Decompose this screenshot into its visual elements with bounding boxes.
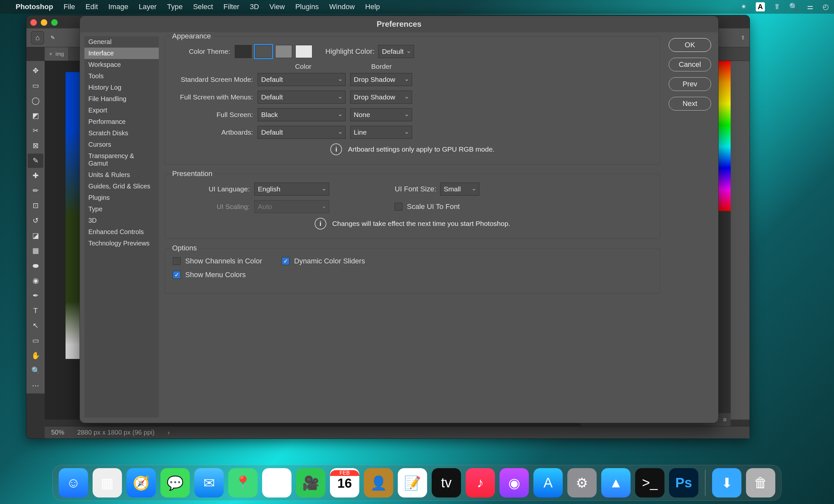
sidebar-item-history-log[interactable]: History Log bbox=[84, 82, 159, 93]
ok-button[interactable]: OK bbox=[669, 38, 711, 52]
sidebar-item-interface[interactable]: Interface bbox=[84, 48, 159, 59]
home-icon[interactable]: ⌂ bbox=[31, 31, 44, 44]
eyedropper-tool[interactable]: ✎ bbox=[28, 154, 43, 168]
panel-menu-icon[interactable]: ≡ bbox=[723, 416, 727, 423]
show-menu-colors-checkbox[interactable]: ✓ bbox=[173, 271, 181, 279]
control-center-icon[interactable]: ⚌ bbox=[807, 3, 813, 11]
artboards-color-select[interactable]: Default bbox=[258, 126, 346, 139]
eyedropper-icon[interactable]: ✎ bbox=[50, 35, 55, 41]
menu-file[interactable]: File bbox=[64, 3, 75, 11]
document-tab[interactable]: × img bbox=[45, 47, 69, 61]
edit-toolbar[interactable]: ⋯ bbox=[28, 378, 43, 393]
healing-tool[interactable]: ✚ bbox=[28, 169, 43, 183]
dock-appletv-icon[interactable]: tv bbox=[432, 468, 461, 498]
menu-window[interactable]: Window bbox=[329, 3, 355, 11]
pen-tool[interactable]: ✒ bbox=[28, 288, 43, 303]
artboards-border-select[interactable]: Line bbox=[350, 126, 412, 139]
sidebar-item-general[interactable]: General bbox=[84, 36, 159, 48]
app-name[interactable]: Photoshop bbox=[16, 3, 53, 11]
theme-swatch-darkest[interactable] bbox=[235, 45, 252, 58]
sidebar-item-enhanced[interactable]: Enhanced Controls bbox=[84, 226, 159, 238]
color-panel[interactable] bbox=[718, 61, 731, 211]
dock-calendar-icon[interactable]: FEB 16 bbox=[330, 468, 359, 498]
tab-close-icon[interactable]: × bbox=[49, 51, 52, 57]
minimize-button[interactable] bbox=[41, 19, 47, 26]
sidebar-item-transparency[interactable]: Transparency & Gamut bbox=[84, 150, 159, 169]
sidebar-item-export[interactable]: Export bbox=[84, 105, 159, 116]
dock-appstore-icon[interactable]: A bbox=[533, 468, 563, 498]
theme-swatch-lightest[interactable] bbox=[295, 45, 312, 58]
clock-icon[interactable]: ◴ bbox=[822, 3, 829, 11]
dock-app-icon[interactable]: ▲ bbox=[601, 468, 631, 498]
lasso-tool[interactable]: ◯ bbox=[28, 93, 43, 108]
hand-tool[interactable]: ✋ bbox=[28, 349, 43, 363]
type-tool[interactable]: T bbox=[28, 304, 43, 318]
dodge-tool[interactable]: ◉ bbox=[28, 273, 43, 288]
menu-plugins[interactable]: Plugins bbox=[295, 3, 319, 11]
history-brush-tool[interactable]: ↺ bbox=[28, 214, 43, 228]
dock-music-icon[interactable]: ♪ bbox=[466, 468, 495, 498]
menu-layer[interactable]: Layer bbox=[138, 3, 156, 11]
sidebar-item-performance[interactable]: Performance bbox=[84, 116, 159, 128]
sidebar-item-cursors[interactable]: Cursors bbox=[84, 139, 159, 150]
dock-podcasts-icon[interactable]: ◉ bbox=[500, 468, 529, 498]
keyboard-input-icon[interactable]: A bbox=[756, 2, 765, 12]
zoom-button[interactable] bbox=[51, 19, 58, 26]
zoom-tool[interactable]: 🔍 bbox=[28, 364, 43, 378]
gradient-tool[interactable]: ▦ bbox=[28, 243, 43, 258]
dock-facetime-icon[interactable]: 🎥 bbox=[296, 468, 325, 498]
wifi-icon[interactable]: ⥣ bbox=[774, 3, 780, 11]
theme-swatch-light[interactable] bbox=[275, 45, 292, 58]
stamp-tool[interactable]: ⊡ bbox=[28, 199, 43, 213]
next-button[interactable]: Next bbox=[669, 97, 711, 111]
sidebar-item-units[interactable]: Units & Rulers bbox=[84, 169, 159, 181]
move-tool[interactable]: ✥ bbox=[28, 64, 43, 78]
dock-messages-icon[interactable]: 💬 bbox=[160, 468, 190, 498]
sidebar-item-type[interactable]: Type bbox=[84, 203, 159, 215]
blur-tool[interactable]: ⬬ bbox=[28, 259, 43, 273]
sidebar-item-3d[interactable]: 3D bbox=[84, 215, 159, 226]
menu-select[interactable]: Select bbox=[193, 3, 213, 11]
dock-settings-icon[interactable]: ⚙ bbox=[567, 468, 597, 498]
zoom-level[interactable]: 50% bbox=[51, 429, 64, 436]
path-select-tool[interactable]: ↖ bbox=[28, 319, 43, 333]
eraser-tool[interactable]: ◪ bbox=[28, 228, 43, 243]
status-extra-icon[interactable]: ✴ bbox=[741, 3, 747, 11]
dock-photos-icon[interactable]: ✿ bbox=[262, 468, 291, 498]
dock-notes-icon[interactable]: 📝 bbox=[398, 468, 427, 498]
dock-mail-icon[interactable]: ✉ bbox=[194, 468, 224, 498]
standard-screen-color-select[interactable]: Default bbox=[258, 73, 346, 86]
menu-edit[interactable]: Edit bbox=[85, 3, 98, 11]
show-channels-checkbox[interactable] bbox=[173, 257, 181, 265]
menu-type[interactable]: Type bbox=[167, 3, 182, 11]
cancel-button[interactable]: Cancel bbox=[669, 58, 711, 71]
brush-tool[interactable]: ✏ bbox=[28, 183, 43, 198]
fullscreen-menus-border-select[interactable]: Drop Shadow bbox=[350, 91, 412, 104]
menu-help[interactable]: Help bbox=[365, 3, 380, 11]
dock-terminal-icon[interactable]: >_ bbox=[635, 468, 664, 498]
shape-tool[interactable]: ▭ bbox=[28, 333, 43, 348]
sidebar-item-tools[interactable]: Tools bbox=[84, 70, 159, 82]
ui-font-size-select[interactable]: Small bbox=[440, 182, 479, 196]
highlight-color-select[interactable]: Default bbox=[378, 45, 414, 58]
fullscreen-color-select[interactable]: Black bbox=[258, 108, 346, 121]
dock-trash-icon[interactable]: 🗑 bbox=[746, 468, 775, 498]
menu-3d[interactable]: 3D bbox=[250, 3, 259, 11]
fullscreen-border-select[interactable]: None bbox=[350, 108, 412, 121]
close-button[interactable] bbox=[30, 19, 37, 26]
menu-view[interactable]: View bbox=[269, 3, 285, 11]
spotlight-icon[interactable]: 🔍 bbox=[789, 3, 798, 11]
sidebar-item-tech-previews[interactable]: Technology Previews bbox=[84, 238, 159, 249]
sidebar-item-file-handling[interactable]: File Handling bbox=[84, 93, 159, 105]
ui-language-select[interactable]: English bbox=[254, 182, 329, 196]
sidebar-item-scratch-disks[interactable]: Scratch Disks bbox=[84, 128, 159, 139]
crop-tool[interactable]: ✂ bbox=[28, 124, 43, 138]
dock-safari-icon[interactable]: 🧭 bbox=[127, 468, 156, 498]
share-icon[interactable]: ⇧ bbox=[741, 35, 745, 41]
theme-swatch-dark[interactable] bbox=[255, 45, 272, 58]
quick-select-tool[interactable]: ◩ bbox=[28, 109, 43, 123]
dock-launchpad-icon[interactable]: ▦ bbox=[93, 468, 122, 498]
dock-contacts-icon[interactable]: 👤 bbox=[364, 468, 393, 498]
standard-screen-border-select[interactable]: Drop Shadow bbox=[350, 73, 412, 86]
dock-finder-icon[interactable]: ☺ bbox=[59, 468, 88, 498]
